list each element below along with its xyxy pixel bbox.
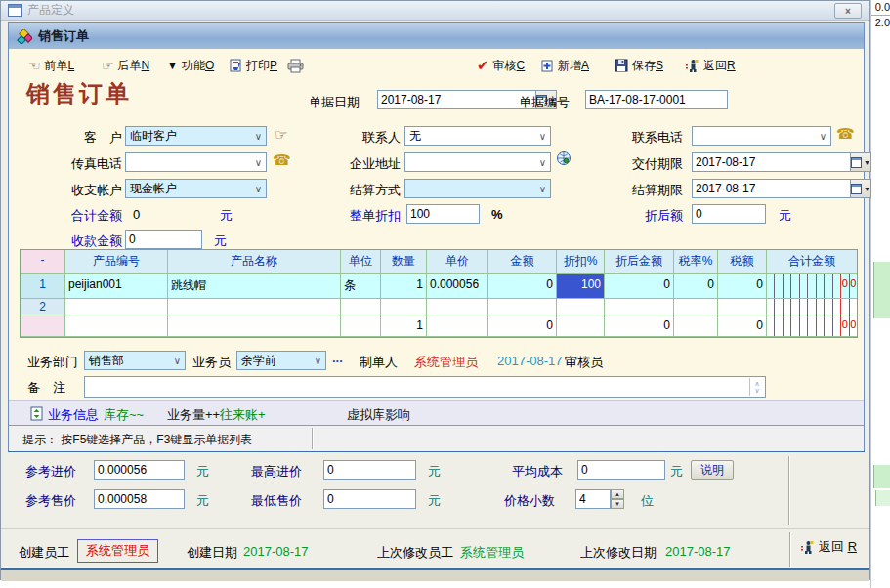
total-amount-value: 0	[133, 207, 140, 222]
footer-total-ledger[interactable]: 00	[767, 315, 857, 337]
settle-due-field[interactable]: ▼	[692, 179, 831, 198]
globe-icon[interactable]	[556, 150, 572, 166]
order-discount-input[interactable]	[406, 204, 480, 224]
remark-input[interactable]: ∧∨	[84, 376, 766, 398]
accounts-link[interactable]: 往来账+	[220, 406, 266, 424]
delivery-date-field[interactable]: ▼	[692, 152, 831, 172]
footer-tax-rate[interactable]	[674, 315, 718, 337]
doc-no-label: 单据编号	[519, 94, 570, 111]
return-button[interactable]: 返回R	[685, 56, 736, 75]
cell-tax[interactable]	[718, 299, 767, 315]
doc-no-input[interactable]	[585, 90, 728, 109]
footer-discount[interactable]	[557, 315, 605, 337]
ref-buy-input[interactable]	[94, 460, 185, 480]
footer-product-code[interactable]	[65, 315, 168, 337]
after-discount-input[interactable]	[692, 204, 766, 224]
sales-order-content: ☜前单L ☞后单N ▼功能O 打印P ✔审核C 新增A 保存S	[9, 49, 864, 451]
cell-rownum[interactable]: 2	[21, 299, 65, 315]
next-doc-button[interactable]: ☞后单N	[102, 56, 149, 75]
footer-after-discount-total[interactable]: 0	[605, 315, 674, 337]
phone-icon[interactable]: ☎	[273, 151, 291, 169]
calendar-button[interactable]: ▼	[850, 152, 871, 172]
footer-amount-total[interactable]: 0	[488, 315, 557, 337]
cell-tax-rate[interactable]	[674, 299, 718, 315]
price-decimals-spinner[interactable]: ▲▼	[611, 489, 624, 509]
cell-product-code[interactable]: peijian001	[65, 274, 168, 299]
business-info-link[interactable]: 业务信息	[48, 406, 99, 424]
cell-after-discount[interactable]	[605, 299, 674, 315]
price-decimals-input[interactable]	[575, 489, 611, 509]
calendar-button[interactable]: ▼	[850, 179, 871, 198]
cell-product-name[interactable]	[168, 299, 341, 315]
audit-button[interactable]: ✔审核C	[477, 56, 525, 75]
delivery-date-input[interactable]	[692, 152, 850, 172]
cell-price[interactable]	[427, 299, 488, 315]
doc-date-input[interactable]	[377, 90, 535, 109]
cell-qty[interactable]: 1	[381, 274, 427, 299]
dept-combo[interactable]: 销售部∨	[84, 351, 186, 370]
cell-after-discount[interactable]: 0	[605, 274, 674, 299]
refresh-doc-icon[interactable]	[30, 406, 43, 421]
add-new-button[interactable]: 新增A	[540, 56, 589, 75]
fax-combo[interactable]: ∨	[125, 152, 267, 172]
footer-qty-total[interactable]: 1	[381, 315, 427, 337]
account-combo[interactable]: 现金帐户∨	[125, 179, 267, 198]
contact-phone-combo[interactable]: ∨	[692, 126, 831, 146]
doc-date-field[interactable]: ▼	[377, 90, 481, 109]
created-date-value: 2017-08-17	[243, 544, 309, 559]
phone-icon[interactable]: ☎	[836, 125, 855, 143]
cell-tax[interactable]: 0	[718, 274, 767, 299]
more-link[interactable]: ...	[332, 351, 343, 365]
table-row: 2	[21, 299, 857, 315]
address-combo[interactable]: ∨	[404, 152, 551, 172]
chevron-down-icon: ∨	[315, 356, 321, 366]
cell-total-ledger[interactable]: 00	[767, 274, 857, 299]
volume-link[interactable]: 业务量++	[167, 406, 220, 424]
cell-amount[interactable]	[488, 299, 557, 315]
cell-tax-rate[interactable]: 0	[674, 274, 718, 299]
customer-picker-icon[interactable]: ☞	[275, 126, 287, 144]
created-by-value: 系统管理员	[77, 539, 158, 563]
window-title: 产品定义	[27, 2, 74, 19]
footer-unit[interactable]	[341, 315, 381, 337]
cell-discount[interactable]	[557, 299, 605, 315]
salesman-combo[interactable]: 余学前∨	[236, 351, 326, 370]
cell-qty[interactable]	[381, 299, 427, 315]
footer-price[interactable]	[427, 315, 488, 337]
address-label: 企业地址	[336, 155, 401, 173]
close-button[interactable]: ×	[834, 3, 862, 19]
cell-rownum[interactable]: 1	[21, 274, 65, 299]
printer-icon-button[interactable]	[287, 56, 304, 75]
remark-spinner[interactable]: ∧∨	[749, 378, 764, 396]
customer-combo[interactable]: 临时客户∨	[125, 126, 267, 146]
ref-sell-input[interactable]	[94, 489, 185, 509]
print-button[interactable]: 打印P	[229, 56, 277, 75]
cell-product-code[interactable]	[65, 299, 168, 315]
cell-product-name[interactable]: 跳线帽	[168, 274, 341, 299]
footer-rownum[interactable]	[21, 315, 65, 337]
settle-method-combo[interactable]: ∨	[404, 179, 551, 198]
return-bottom-button[interactable]: 返回 R	[800, 537, 857, 557]
received-input[interactable]	[125, 230, 202, 249]
explain-button[interactable]: 说明	[691, 460, 734, 480]
avg-cost-input[interactable]	[577, 460, 665, 480]
footer-product-name[interactable]	[168, 315, 341, 337]
min-sell-input[interactable]	[323, 489, 416, 509]
cell-price[interactable]: 0.000056	[427, 274, 488, 299]
cell-total-ledger[interactable]	[767, 299, 857, 315]
function-menu-button[interactable]: ▼功能O	[167, 56, 214, 75]
outer-titlebar[interactable]: 产品定义	[1, 1, 869, 21]
max-buy-input[interactable]	[323, 460, 416, 480]
stock-link[interactable]: 库存~~	[104, 406, 144, 424]
save-button[interactable]: 保存S	[615, 56, 663, 75]
cell-unit[interactable]	[341, 299, 381, 315]
cell-amount[interactable]: 0	[488, 274, 557, 299]
footer-tax-total[interactable]: 0	[718, 315, 767, 337]
contact-combo[interactable]: 无∨	[404, 126, 551, 146]
virtual-stock-link[interactable]: 虚拟库影响	[347, 406, 410, 424]
settle-due-input[interactable]	[692, 179, 850, 198]
prev-doc-button[interactable]: ☜前单L	[28, 56, 74, 75]
inner-titlebar[interactable]: 销售订单	[9, 23, 864, 49]
cell-discount-selected[interactable]: 100	[557, 274, 605, 299]
cell-unit[interactable]: 条	[341, 274, 381, 299]
